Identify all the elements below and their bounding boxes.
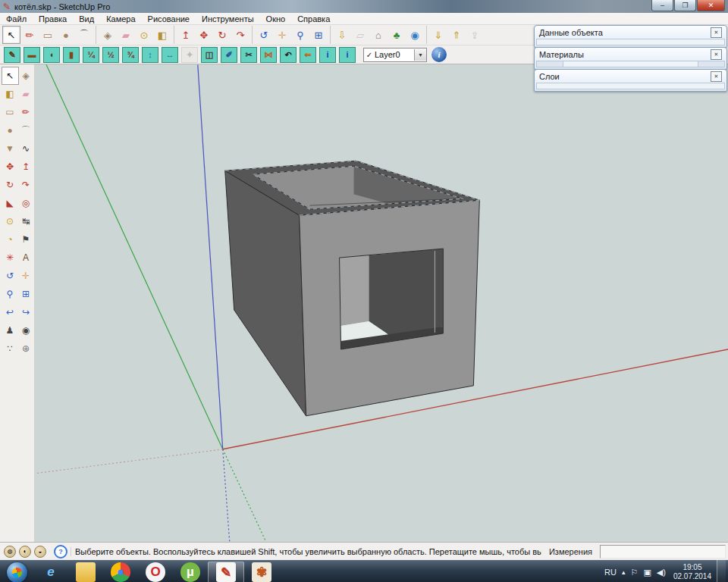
polygon-tool[interactable]: ▼ (2, 139, 19, 158)
arc-tool[interactable]: ⌒ (75, 26, 93, 44)
plugin-tool-4[interactable]: ▮ (63, 47, 80, 63)
zoom-tool[interactable]: ⚲ (2, 285, 19, 303)
circle-tool[interactable]: ● (2, 121, 19, 139)
zoom-extents-tool[interactable]: ⊞ (309, 26, 328, 44)
close-icon[interactable]: ✕ (711, 49, 722, 60)
layer-manager-icon[interactable]: i (431, 47, 447, 62)
show-desktop-button[interactable] (717, 560, 726, 582)
zoom-previous-tool[interactable]: ↩ (2, 303, 19, 321)
taskbar-chrome[interactable]: ● (103, 560, 138, 582)
select-tool[interactable]: ↖ (2, 67, 19, 85)
text-tool[interactable]: ⚑ (17, 230, 35, 249)
push-pull-tool[interactable]: ↥ (177, 26, 195, 44)
start-button[interactable] (0, 560, 33, 582)
rectangle-tool[interactable]: ▭ (2, 103, 19, 121)
pan-tool[interactable]: ✛ (273, 26, 291, 44)
orbit-tool[interactable]: ↺ (2, 267, 19, 285)
google-earth-tool[interactable]: ◉ (406, 26, 424, 44)
plugin-tool-2[interactable]: ▬ (24, 47, 40, 63)
menu-item[interactable]: Окно (260, 13, 292, 24)
close-icon[interactable]: ✕ (711, 27, 722, 38)
volume-icon[interactable]: ◀) (657, 568, 666, 577)
scroll-handle-left[interactable] (536, 61, 563, 67)
plugin-tool-threequarter[interactable]: ¾ (122, 47, 139, 63)
status-icon-1[interactable]: ◍ (4, 546, 16, 558)
close-button[interactable]: ✕ (697, 0, 725, 11)
paint-bucket-tool[interactable]: ◧ (153, 26, 171, 44)
menu-item[interactable]: Файл (0, 13, 33, 24)
help-icon[interactable]: ? (54, 545, 67, 559)
zoom-extents-tool[interactable]: ⊞ (17, 285, 35, 303)
eraser-tool[interactable]: ▰ (17, 85, 35, 103)
follow-me-tool[interactable]: ↷ (17, 176, 35, 194)
measurements-input[interactable] (600, 545, 726, 559)
rectangle-tool[interactable]: ▭ (39, 26, 57, 44)
section-plane-tool[interactable]: ⊕ (17, 340, 35, 358)
freehand-tool[interactable]: ∿ (17, 139, 35, 158)
share-component-tool[interactable]: ⇪ (466, 26, 484, 44)
walk-tool[interactable]: ∵ (2, 340, 19, 358)
circle-tool[interactable]: ● (57, 26, 75, 44)
make-component-tool[interactable]: ◈ (17, 67, 35, 85)
viewport-canvas[interactable] (35, 64, 728, 542)
tape-measure-tool[interactable]: ⊙ (2, 212, 19, 230)
plugin-tool-quarter[interactable]: ¼ (83, 47, 99, 63)
share-model-tool[interactable]: ⇑ (447, 26, 466, 44)
get-models-tool[interactable]: ⇓ (429, 26, 447, 44)
plugin-tool-11[interactable]: ◫ (201, 47, 218, 63)
model-opening-left-wall[interactable] (340, 255, 369, 326)
plugin-tool-16[interactable]: ⇐ (300, 47, 316, 63)
pan-tool[interactable]: ✛ (17, 267, 35, 285)
network-icon[interactable]: ▣ (643, 568, 651, 577)
status-icon-3[interactable]: ◒ (34, 546, 46, 558)
push-pull-tool[interactable]: ↥ (17, 158, 35, 176)
menu-item[interactable]: Рисование (142, 13, 196, 24)
zoom-next-tool[interactable]: ↪ (17, 303, 35, 321)
look-around-tool[interactable]: ◉ (17, 321, 35, 340)
model-opening-back-wall[interactable] (369, 249, 444, 340)
plugin-tool-info-2[interactable]: i (339, 47, 356, 63)
add-location-tool[interactable]: ⇩ (333, 26, 351, 44)
materials-body[interactable] (536, 61, 725, 67)
select-tool[interactable]: ↖ (2, 26, 20, 44)
minimize-button[interactable]: – (651, 0, 673, 11)
follow-me-tool[interactable]: ↷ (231, 26, 249, 44)
taskbar-clock[interactable]: 19:05 02.07.2014 (673, 563, 711, 582)
layer-select[interactable]: ✓ Layer0 ▾ (363, 48, 427, 62)
menu-item[interactable]: Вид (73, 13, 100, 24)
hidden-icons-button[interactable]: ▴ (622, 568, 626, 576)
plugin-tool-center-horizontal[interactable]: ↔ (162, 47, 178, 63)
language-indicator[interactable]: RU (604, 568, 617, 577)
move-tool[interactable]: ✥ (2, 158, 19, 176)
action-center-flag-icon[interactable]: ⚐ (631, 568, 639, 577)
chevron-down-icon[interactable]: ▾ (414, 49, 426, 61)
materials-panel[interactable]: Материалы ✕ (534, 47, 727, 70)
toggle-terrain-tool[interactable]: ▱ (351, 26, 369, 44)
paint-bucket-tool[interactable]: ◧ (2, 85, 19, 103)
plugin-tool-10[interactable]: ✦ (181, 47, 198, 63)
eraser-tool[interactable]: ▰ (117, 26, 135, 44)
taskbar-internet-explorer[interactable]: e (33, 560, 68, 582)
scroll-handle-right[interactable] (698, 61, 725, 67)
layers-panel[interactable]: Слои ✕ (534, 69, 727, 92)
rotate-tool[interactable]: ↻ (213, 26, 231, 44)
plugin-tool-12[interactable]: ✐ (221, 47, 237, 63)
move-tool[interactable]: ✥ (195, 26, 213, 44)
plugin-tool-center-vertical[interactable]: ↕ (142, 47, 158, 63)
line-tool[interactable]: ✏ (17, 103, 35, 121)
taskbar-sketchup[interactable]: ✎ (208, 562, 244, 582)
tape-measure-tool[interactable]: ⊙ (135, 26, 153, 44)
close-icon[interactable]: ✕ (711, 71, 722, 82)
3d-text-tool[interactable]: A (17, 249, 35, 267)
scale-tool[interactable]: ◣ (2, 194, 19, 212)
protractor-tool[interactable]: ◔ (2, 230, 19, 249)
preview-in-google-earth-tool[interactable]: ♣ (388, 26, 406, 44)
menu-item[interactable]: Справка (291, 13, 336, 24)
position-camera-tool[interactable]: ♟ (2, 321, 19, 340)
plugin-tool-undo[interactable]: ↶ (280, 47, 297, 63)
taskbar-paint[interactable]: ✾ (244, 560, 279, 582)
orbit-tool[interactable]: ↺ (255, 26, 273, 44)
taskbar-explorer[interactable] (68, 560, 103, 582)
plugin-tool-3[interactable]: ◖ (43, 47, 60, 63)
viewport[interactable] (35, 64, 728, 542)
